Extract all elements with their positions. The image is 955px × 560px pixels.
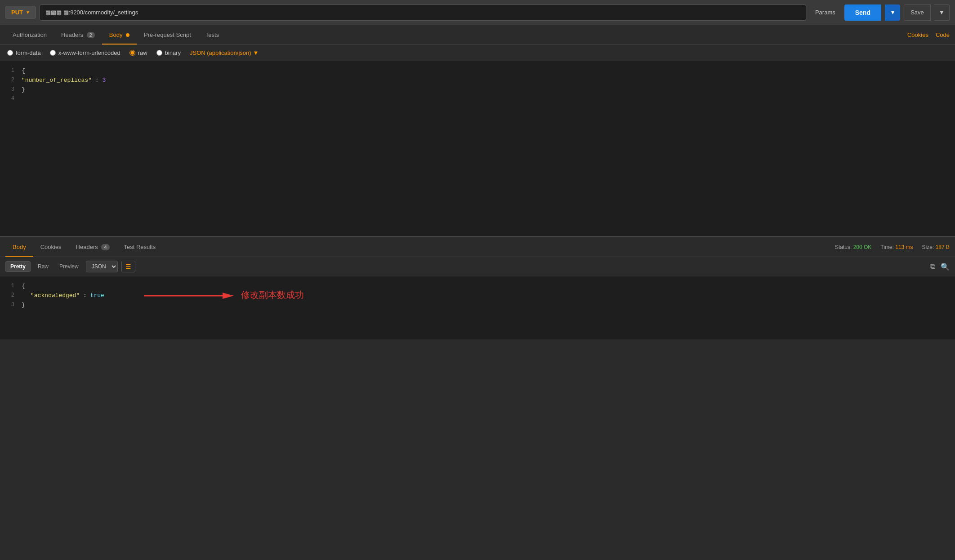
request-tabs-bar: Authorization Headers 2 Body Pre-request… (0, 25, 955, 45)
res-headers-badge: 4 (101, 244, 109, 250)
tab-body[interactable]: Body (102, 26, 137, 44)
headers-badge: 2 (87, 32, 95, 38)
save-dropdown-button[interactable]: ▼ (934, 4, 950, 21)
res-tab-body[interactable]: Body (5, 238, 33, 257)
res-code-line-2: 2 "acknowledged" : true 修改副本数成功 (0, 291, 955, 301)
code-line-1: 1 { (0, 67, 955, 76)
res-code-line-3: 3 } (0, 301, 955, 310)
url-input[interactable] (40, 4, 806, 21)
code-link[interactable]: Code (936, 31, 950, 38)
response-tabs-bar: Body Cookies Headers 4 Test Results Stat… (0, 237, 955, 257)
pretty-button[interactable]: Pretty (5, 261, 31, 272)
raw-option[interactable]: raw (129, 49, 147, 56)
cookies-link[interactable]: Cookies (907, 31, 928, 38)
status-info: Status: 200 OK Time: 113 ms Size: 187 B (835, 244, 950, 250)
url-encoded-option[interactable]: x-www-form-urlencoded (50, 49, 120, 56)
annotation-text: 修改副本数成功 (241, 289, 304, 303)
body-options-bar: form-data x-www-form-urlencoded raw bina… (0, 45, 955, 61)
res-tab-cookies[interactable]: Cookies (33, 238, 69, 257)
code-line-2: 2 "number_of_replicas" : 3 (0, 76, 955, 85)
copy-icon[interactable]: ⧉ (930, 262, 935, 271)
response-body-editor: 1 { 2 "acknowledged" : true 修改副本数成功 3 } (0, 276, 955, 339)
code-line-3: 3 } (0, 85, 955, 95)
tab-headers[interactable]: Headers 2 (54, 26, 102, 44)
wrap-button[interactable]: ☰ (121, 261, 135, 272)
method-label: PUT (11, 9, 23, 16)
res-tab-headers[interactable]: Headers 4 (69, 238, 117, 257)
tab-authorization[interactable]: Authorization (5, 26, 54, 44)
wrap-icon: ☰ (125, 263, 131, 270)
toolbar: PUT ▼ Params Send ▼ Save ▼ (0, 0, 955, 25)
code-line-4: 4 (0, 94, 955, 103)
request-body-editor[interactable]: 1 { 2 "number_of_replicas" : 3 3 } 4 (0, 61, 955, 236)
tab-prerequest[interactable]: Pre-request Script (137, 26, 198, 44)
search-icon[interactable]: 🔍 (941, 262, 950, 271)
size-value: 187 B (936, 244, 950, 250)
red-arrow (144, 290, 234, 301)
method-chevron-icon: ▼ (26, 10, 30, 15)
response-section: Body Cookies Headers 4 Test Results Stat… (0, 236, 955, 339)
response-action-icons: ⧉ 🔍 (930, 262, 950, 271)
status-value: 200 OK (853, 244, 872, 250)
res-tab-test-results[interactable]: Test Results (117, 238, 163, 257)
form-data-option[interactable]: form-data (7, 49, 41, 56)
json-format-button[interactable]: JSON (application/json) ▼ (190, 49, 259, 56)
send-button[interactable]: Send (844, 4, 881, 21)
svg-marker-1 (223, 293, 234, 299)
body-active-dot (126, 33, 129, 37)
method-button[interactable]: PUT ▼ (5, 6, 36, 19)
params-button[interactable]: Params (810, 6, 841, 18)
time-value: 113 ms (895, 244, 913, 250)
send-dropdown-button[interactable]: ▼ (885, 4, 900, 21)
preview-button[interactable]: Preview (56, 262, 82, 271)
format-chevron-icon: ▼ (253, 49, 259, 56)
raw-button[interactable]: Raw (34, 262, 52, 271)
binary-option[interactable]: binary (156, 49, 181, 56)
annotation-container: 修改副本数成功 (144, 289, 304, 303)
save-button[interactable]: Save (904, 4, 931, 21)
res-code-line-1: 1 { (0, 282, 955, 291)
json-format-select[interactable]: JSON (86, 261, 118, 272)
tab-tests[interactable]: Tests (198, 26, 226, 44)
response-format-bar: Pretty Raw Preview JSON ▼ ☰ ⧉ 🔍 (0, 257, 955, 276)
